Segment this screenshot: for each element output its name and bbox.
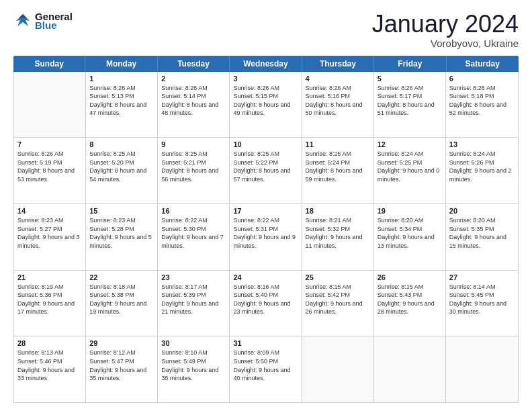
calendar-cell [302, 336, 374, 402]
calendar-cell: 31Sunrise: 8:09 AMSunset: 5:50 PMDayligh… [230, 336, 302, 402]
day-number: 1 [89, 75, 154, 83]
header-day-thursday: Thursday [302, 56, 374, 72]
day-number: 13 [449, 140, 515, 148]
calendar-cell: 4Sunrise: 8:26 AMSunset: 5:16 PMDaylight… [302, 72, 374, 138]
calendar-cell: 19Sunrise: 8:20 AMSunset: 5:34 PMDayligh… [374, 204, 446, 270]
calendar-row-1: 7Sunrise: 8:26 AMSunset: 5:19 PMDaylight… [14, 138, 518, 204]
calendar-cell: 23Sunrise: 8:17 AMSunset: 5:39 PMDayligh… [158, 271, 230, 336]
calendar-cell: 20Sunrise: 8:20 AMSunset: 5:35 PMDayligh… [446, 204, 518, 270]
location: Vorobyovo, Ukraine [372, 38, 519, 49]
calendar-cell: 30Sunrise: 8:10 AMSunset: 5:49 PMDayligh… [158, 336, 230, 402]
day-info: Sunrise: 8:17 AMSunset: 5:39 PMDaylight:… [161, 283, 226, 316]
page: General Blue January 2024 Vorobyovo, Ukr… [0, 0, 532, 411]
day-info: Sunrise: 8:19 AMSunset: 5:36 PMDaylight:… [17, 283, 82, 316]
header-day-wednesday: Wednesday [230, 56, 302, 72]
day-number: 17 [233, 207, 298, 215]
day-info: Sunrise: 8:24 AMSunset: 5:25 PMDaylight:… [378, 150, 442, 183]
calendar-cell: 3Sunrise: 8:26 AMSunset: 5:15 PMDaylight… [230, 72, 302, 138]
day-number: 31 [233, 339, 298, 347]
day-number: 28 [17, 339, 82, 347]
day-number: 11 [306, 140, 370, 148]
day-info: Sunrise: 8:15 AMSunset: 5:42 PMDaylight:… [306, 283, 370, 316]
calendar-cell: 7Sunrise: 8:26 AMSunset: 5:19 PMDaylight… [14, 138, 86, 203]
day-number: 7 [17, 140, 82, 148]
day-info: Sunrise: 8:13 AMSunset: 5:46 PMDaylight:… [17, 349, 82, 382]
header-day-sunday: Sunday [13, 56, 85, 72]
calendar-cell: 6Sunrise: 8:26 AMSunset: 5:18 PMDaylight… [446, 72, 518, 138]
day-info: Sunrise: 8:23 AMSunset: 5:27 PMDaylight:… [17, 216, 82, 250]
day-info: Sunrise: 8:10 AMSunset: 5:49 PMDaylight:… [161, 349, 226, 382]
calendar-body: 1Sunrise: 8:26 AMSunset: 5:13 PMDaylight… [13, 72, 519, 403]
logo: General Blue [13, 11, 73, 31]
day-info: Sunrise: 8:22 AMSunset: 5:31 PMDaylight:… [233, 216, 298, 250]
day-number: 29 [89, 339, 154, 347]
day-number: 23 [161, 273, 226, 281]
calendar-cell: 24Sunrise: 8:16 AMSunset: 5:40 PMDayligh… [230, 271, 302, 336]
header-day-saturday: Saturday [447, 56, 519, 72]
calendar-cell: 16Sunrise: 8:22 AMSunset: 5:30 PMDayligh… [158, 204, 230, 270]
calendar-cell: 13Sunrise: 8:24 AMSunset: 5:26 PMDayligh… [446, 138, 518, 203]
day-info: Sunrise: 8:25 AMSunset: 5:21 PMDaylight:… [161, 150, 226, 183]
day-info: Sunrise: 8:26 AMSunset: 5:15 PMDaylight:… [233, 84, 298, 118]
calendar-header: SundayMondayTuesdayWednesdayThursdayFrid… [13, 56, 519, 72]
day-info: Sunrise: 8:25 AMSunset: 5:24 PMDaylight:… [306, 150, 370, 183]
header-day-friday: Friday [374, 56, 446, 72]
day-info: Sunrise: 8:14 AMSunset: 5:45 PMDaylight:… [449, 283, 515, 316]
day-number: 19 [378, 207, 442, 215]
day-number: 27 [449, 273, 515, 281]
day-number: 26 [378, 273, 442, 281]
day-info: Sunrise: 8:25 AMSunset: 5:22 PMDaylight:… [233, 150, 298, 183]
day-number: 16 [161, 207, 226, 215]
day-number: 9 [161, 140, 226, 148]
day-number: 20 [449, 207, 515, 215]
day-info: Sunrise: 8:26 AMSunset: 5:18 PMDaylight:… [449, 84, 515, 118]
calendar-cell: 8Sunrise: 8:25 AMSunset: 5:20 PMDaylight… [86, 138, 158, 203]
day-number: 14 [17, 207, 82, 215]
calendar-cell: 26Sunrise: 8:15 AMSunset: 5:43 PMDayligh… [374, 271, 446, 336]
calendar-row-4: 28Sunrise: 8:13 AMSunset: 5:46 PMDayligh… [14, 336, 518, 402]
day-info: Sunrise: 8:18 AMSunset: 5:38 PMDaylight:… [89, 283, 154, 316]
calendar-cell [14, 72, 86, 138]
calendar-cell: 5Sunrise: 8:26 AMSunset: 5:17 PMDaylight… [374, 72, 446, 138]
day-info: Sunrise: 8:21 AMSunset: 5:32 PMDaylight:… [306, 216, 370, 250]
calendar-cell: 14Sunrise: 8:23 AMSunset: 5:27 PMDayligh… [14, 204, 86, 270]
logo-bird-icon [13, 11, 32, 30]
calendar-cell: 21Sunrise: 8:19 AMSunset: 5:36 PMDayligh… [14, 271, 86, 336]
calendar-cell: 25Sunrise: 8:15 AMSunset: 5:42 PMDayligh… [302, 271, 374, 336]
day-info: Sunrise: 8:23 AMSunset: 5:28 PMDaylight:… [89, 216, 154, 250]
calendar-cell: 2Sunrise: 8:26 AMSunset: 5:14 PMDaylight… [158, 72, 230, 138]
calendar-row-0: 1Sunrise: 8:26 AMSunset: 5:13 PMDaylight… [14, 72, 518, 138]
day-number: 18 [306, 207, 370, 215]
calendar: SundayMondayTuesdayWednesdayThursdayFrid… [13, 56, 519, 403]
day-info: Sunrise: 8:15 AMSunset: 5:43 PMDaylight:… [378, 283, 442, 316]
calendar-cell: 15Sunrise: 8:23 AMSunset: 5:28 PMDayligh… [86, 204, 158, 270]
calendar-cell [446, 336, 518, 402]
day-info: Sunrise: 8:26 AMSunset: 5:16 PMDaylight:… [306, 84, 370, 118]
day-number: 25 [306, 273, 370, 281]
header: General Blue January 2024 Vorobyovo, Ukr… [13, 11, 519, 49]
calendar-cell: 1Sunrise: 8:26 AMSunset: 5:13 PMDaylight… [86, 72, 158, 138]
day-number: 24 [233, 273, 298, 281]
day-number: 21 [17, 273, 82, 281]
calendar-cell: 9Sunrise: 8:25 AMSunset: 5:21 PMDaylight… [158, 138, 230, 203]
day-info: Sunrise: 8:20 AMSunset: 5:35 PMDaylight:… [449, 216, 515, 250]
day-info: Sunrise: 8:26 AMSunset: 5:17 PMDaylight:… [378, 84, 442, 118]
day-info: Sunrise: 8:26 AMSunset: 5:19 PMDaylight:… [17, 150, 82, 183]
calendar-cell: 18Sunrise: 8:21 AMSunset: 5:32 PMDayligh… [302, 204, 374, 270]
day-info: Sunrise: 8:26 AMSunset: 5:13 PMDaylight:… [89, 84, 154, 118]
calendar-cell: 29Sunrise: 8:12 AMSunset: 5:47 PMDayligh… [86, 336, 158, 402]
day-info: Sunrise: 8:16 AMSunset: 5:40 PMDaylight:… [233, 283, 298, 316]
day-info: Sunrise: 8:26 AMSunset: 5:14 PMDaylight:… [161, 84, 226, 118]
month-title: January 2024 [372, 11, 519, 38]
day-info: Sunrise: 8:22 AMSunset: 5:30 PMDaylight:… [161, 216, 226, 250]
header-day-monday: Monday [85, 56, 157, 72]
calendar-row-2: 14Sunrise: 8:23 AMSunset: 5:27 PMDayligh… [14, 204, 518, 271]
day-info: Sunrise: 8:25 AMSunset: 5:20 PMDaylight:… [89, 150, 154, 183]
day-number: 4 [306, 75, 370, 83]
calendar-cell: 10Sunrise: 8:25 AMSunset: 5:22 PMDayligh… [230, 138, 302, 203]
day-info: Sunrise: 8:12 AMSunset: 5:47 PMDaylight:… [89, 349, 154, 382]
day-info: Sunrise: 8:20 AMSunset: 5:34 PMDaylight:… [378, 216, 442, 250]
calendar-cell: 28Sunrise: 8:13 AMSunset: 5:46 PMDayligh… [14, 336, 86, 402]
day-number: 2 [161, 75, 226, 83]
day-number: 5 [378, 75, 442, 83]
